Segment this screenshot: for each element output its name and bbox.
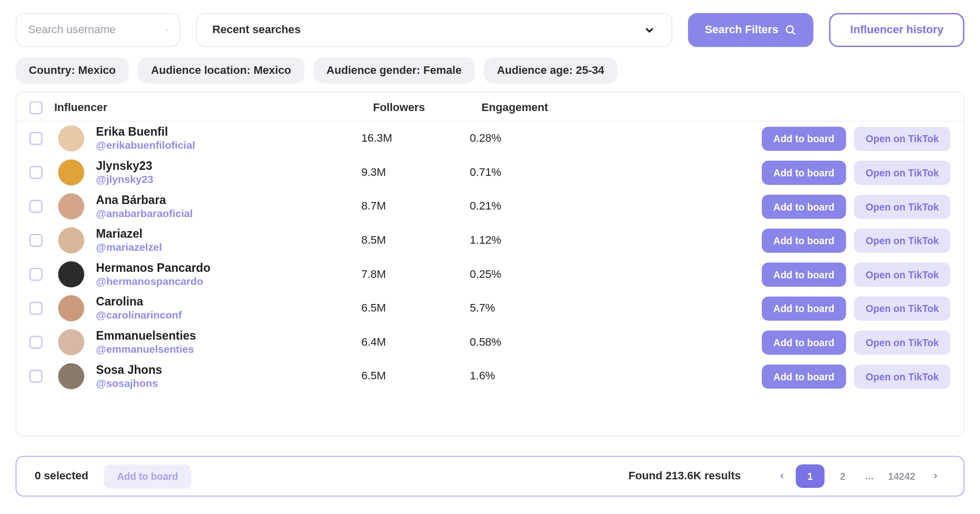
influencer-cell[interactable]: Jlynsky23 @jlynsky23 <box>96 159 361 185</box>
engagement-value: 5.7% <box>470 302 666 315</box>
row-checkbox[interactable] <box>29 370 42 383</box>
followers-value: 16.3M <box>361 132 470 145</box>
add-to-board-button[interactable]: Add to board <box>761 194 846 219</box>
svg-point-2 <box>787 26 794 33</box>
open-on-tiktok-button[interactable]: Open on TikTok <box>854 127 950 151</box>
followers-value: 8.7M <box>361 200 470 213</box>
search-icon <box>167 23 168 38</box>
chevron-right-icon <box>932 472 940 480</box>
engagement-value: 0.21% <box>470 200 666 213</box>
influencer-cell[interactable]: Ana Bárbara @anabarbaraoficial <box>96 193 361 220</box>
table-row: Mariazel @mariazelzel 8.5M 1.12% Add to … <box>17 224 964 258</box>
chevron-left-icon <box>778 472 786 480</box>
engagement-value: 0.71% <box>470 166 666 179</box>
add-to-board-button[interactable]: Add to board <box>761 262 846 286</box>
row-checkbox[interactable] <box>29 132 42 145</box>
table-row: Ana Bárbara @anabarbaraoficial 8.7M 0.21… <box>17 189 964 224</box>
filter-chip[interactable]: Audience age: 25-34 <box>484 57 618 83</box>
row-checkbox[interactable] <box>29 234 42 247</box>
table-row: Emmanuelsenties @emmanuelsenties 6.4M 0.… <box>17 325 964 359</box>
influencer-cell[interactable]: Hermanos Pancardo @hermanospancardo <box>96 261 361 287</box>
avatar <box>58 193 84 220</box>
row-checkbox[interactable] <box>29 200 42 213</box>
display-name: Erika Buenfil <box>96 126 361 139</box>
filter-chip[interactable]: Audience location: Mexico <box>138 57 305 83</box>
display-name: Mariazel <box>96 227 361 241</box>
influencer-cell[interactable]: Mariazel @mariazelzel <box>96 227 361 253</box>
table-row: Sosa Jhons @sosajhons 6.5M 1.6% Add to b… <box>17 359 964 393</box>
page-number-last[interactable]: 14242 <box>881 464 922 488</box>
followers-value: 6.5M <box>361 302 470 315</box>
avatar <box>58 227 84 253</box>
followers-value: 6.4M <box>361 336 470 349</box>
row-checkbox[interactable] <box>29 166 42 179</box>
select-all-checkbox[interactable] <box>29 101 42 115</box>
page-number-next[interactable]: 2 <box>828 464 857 488</box>
influencer-history-button[interactable]: Influencer history <box>829 13 964 47</box>
engagement-value: 0.58% <box>470 336 666 349</box>
engagement-value: 1.12% <box>470 234 666 247</box>
open-on-tiktok-button[interactable]: Open on TikTok <box>854 262 950 286</box>
open-on-tiktok-button[interactable]: Open on TikTok <box>854 364 950 388</box>
table-row: Erika Buenfil @erikabuenfiloficial 16.3M… <box>17 122 964 156</box>
page-prev-button[interactable] <box>772 466 792 486</box>
page-next-button[interactable] <box>926 466 945 486</box>
row-checkbox[interactable] <box>29 336 42 349</box>
search-username-field[interactable] <box>16 13 180 47</box>
influencer-cell[interactable]: Erika Buenfil @erikabuenfiloficial <box>96 126 361 152</box>
followers-value: 6.5M <box>361 370 470 383</box>
open-on-tiktok-button[interactable]: Open on TikTok <box>854 296 950 321</box>
add-to-board-button[interactable]: Add to board <box>761 127 846 151</box>
open-on-tiktok-button[interactable]: Open on TikTok <box>854 194 950 219</box>
add-to-board-button[interactable]: Add to board <box>761 296 846 321</box>
add-to-board-button[interactable]: Add to board <box>761 330 846 354</box>
avatar <box>58 261 84 287</box>
footer-add-to-board-button[interactable]: Add to board <box>104 464 191 488</box>
svg-point-0 <box>167 30 168 31</box>
table-row: Hermanos Pancardo @hermanospancardo 7.8M… <box>17 257 964 291</box>
engagement-value: 1.6% <box>470 370 666 383</box>
page-ellipsis: ... <box>861 470 877 482</box>
footer-bar: 0 selected Add to board Found 213.6K res… <box>16 456 964 496</box>
recent-searches-dropdown[interactable]: Recent searches <box>196 13 672 47</box>
display-name: Ana Bárbara <box>96 193 361 207</box>
table-row: Carolina @carolinarinconf 6.5M 5.7% Add … <box>17 291 964 326</box>
column-header-followers: Followers <box>373 101 481 115</box>
display-name: Emmanuelsenties <box>96 329 361 343</box>
influencer-cell[interactable]: Carolina @carolinarinconf <box>96 295 361 322</box>
followers-value: 7.8M <box>361 268 470 281</box>
search-filters-button[interactable]: Search Filters <box>688 13 814 47</box>
filter-chip[interactable]: Audience gender: Female <box>314 57 475 83</box>
svg-line-1 <box>167 30 168 31</box>
avatar <box>58 329 84 355</box>
handle: @sosajhons <box>96 377 361 389</box>
open-on-tiktok-button[interactable]: Open on TikTok <box>854 330 950 354</box>
open-on-tiktok-button[interactable]: Open on TikTok <box>854 160 950 184</box>
handle: @mariazelzel <box>96 241 361 253</box>
table-header: Influencer Followers Engagement <box>17 92 964 122</box>
svg-line-3 <box>793 32 795 35</box>
open-on-tiktok-button[interactable]: Open on TikTok <box>854 228 950 252</box>
row-checkbox[interactable] <box>29 302 42 315</box>
handle: @carolinarinconf <box>96 309 361 322</box>
engagement-value: 0.28% <box>470 132 666 145</box>
search-input[interactable] <box>28 24 167 37</box>
results-count: Found 213.6K results <box>629 470 741 483</box>
add-to-board-button[interactable]: Add to board <box>761 228 846 252</box>
display-name: Jlynsky23 <box>96 159 361 173</box>
results-table: Influencer Followers Engagement Erika Bu… <box>16 91 964 436</box>
page-number-current[interactable]: 1 <box>796 464 824 488</box>
avatar <box>58 126 84 152</box>
followers-value: 8.5M <box>361 234 470 247</box>
handle: @jlynsky23 <box>96 173 361 185</box>
display-name: Hermanos Pancardo <box>96 261 361 275</box>
handle: @emmanuelsenties <box>96 343 361 355</box>
add-to-board-button[interactable]: Add to board <box>761 364 846 388</box>
row-checkbox[interactable] <box>29 268 42 281</box>
influencer-cell[interactable]: Emmanuelsenties @emmanuelsenties <box>96 329 361 355</box>
followers-value: 9.3M <box>361 166 470 179</box>
add-to-board-button[interactable]: Add to board <box>761 160 846 184</box>
chevron-down-icon <box>643 24 656 37</box>
influencer-cell[interactable]: Sosa Jhons @sosajhons <box>96 363 361 389</box>
filter-chip[interactable]: Country: Mexico <box>16 57 129 83</box>
